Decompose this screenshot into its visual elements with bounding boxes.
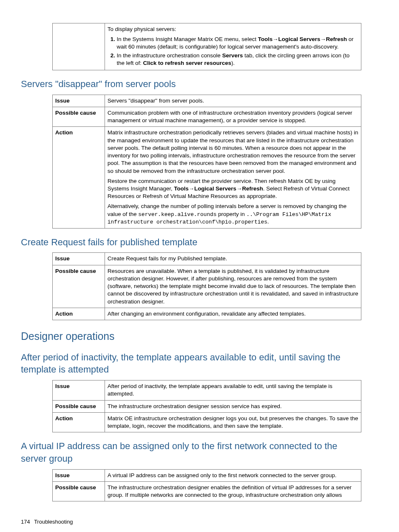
label-cause: Possible cause [53, 481, 105, 501]
s1-cause: Communication problem with one of infras… [105, 107, 361, 127]
label-cause: Possible cause [53, 265, 105, 308]
table-servers-disappear: Issue Servers "disappear" from server po… [52, 95, 361, 229]
label-issue: Issue [53, 95, 105, 107]
s3-cause: The infrastructure orchestration designe… [105, 400, 361, 412]
table-virtual-ip: Issue A virtual IP address can be assign… [52, 469, 361, 502]
label-action: Action [53, 412, 105, 432]
s3-action: Matrix OE infrastructure orchestration d… [105, 412, 361, 432]
top-intro: To display physical servers: [107, 26, 358, 33]
label-issue: Issue [53, 253, 105, 265]
s1-action-p1: Matrix infrastructure orchestration peri… [107, 129, 358, 175]
heading-designer-operations: Designer operations [21, 329, 361, 344]
heading-inactivity: After period of inactivity, the template… [21, 351, 361, 376]
s2-issue: Create Request fails for my Published te… [105, 253, 361, 265]
s1-action: Matrix infrastructure orchestration peri… [105, 127, 361, 228]
page-number: 174 [21, 518, 33, 526]
label-cause: Possible cause [53, 107, 105, 127]
label-issue: Issue [53, 469, 105, 481]
s2-cause: Resources are unavailable. When a templa… [105, 265, 361, 308]
s1-action-p2: Restore the communication or restart the… [107, 177, 358, 200]
top-label-cell [53, 23, 105, 70]
table-create-request: Issue Create Request fails for my Publis… [52, 252, 361, 320]
s4-cause: The infrastructure orchestration designe… [105, 481, 361, 501]
heading-virtual-ip: A virtual IP address can be assigned onl… [21, 440, 361, 465]
s1-issue: Servers "disappear" from server pools. [105, 95, 361, 107]
s1-action-p3: Alternatively, change the number of poll… [107, 203, 358, 226]
heading-create-request: Create Request fails for published templ… [21, 236, 361, 249]
top-steps: In the Systems Insight Manager Matrix OE… [107, 36, 358, 67]
footer-title: Troubleshooting [34, 519, 73, 525]
heading-servers-disappear: Servers "disappear" from server pools [21, 78, 361, 90]
top-step-1: In the Systems Insight Manager Matrix OE… [117, 36, 358, 51]
label-issue: Issue [53, 380, 105, 400]
label-action: Action [53, 127, 105, 228]
page-footer: 174 Troubleshooting [21, 518, 361, 526]
top-content-cell: To display physical servers: In the Syst… [105, 23, 361, 70]
label-action: Action [53, 308, 105, 320]
table-inactivity: Issue After period of inactivity, the te… [52, 380, 361, 432]
label-cause: Possible cause [53, 400, 105, 412]
page-content: To display physical servers: In the Syst… [0, 0, 399, 532]
s3-issue: After period of inactivity, the template… [105, 380, 361, 400]
top-step-2: In the infrastructure orchestration cons… [117, 52, 358, 67]
s2-action: After changing an environment configurat… [105, 308, 361, 320]
s4-issue: A virtual IP address can be assigned onl… [105, 469, 361, 481]
top-continuation-table: To display physical servers: In the Syst… [52, 23, 361, 70]
